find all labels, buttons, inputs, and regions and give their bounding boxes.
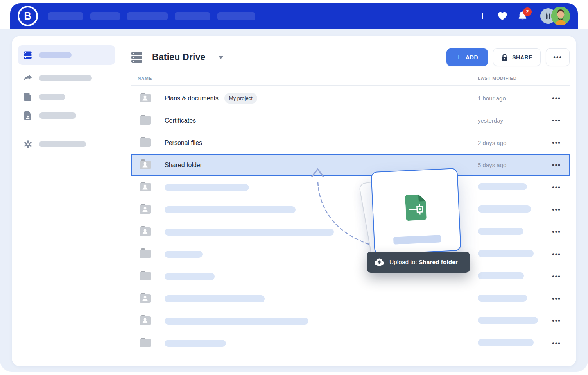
row-menu-button[interactable]: ••• — [552, 161, 561, 169]
more-options-button[interactable]: ••• — [546, 48, 570, 66]
table-row-12[interactable]: ••• — [131, 332, 570, 354]
document-user-icon — [23, 111, 32, 120]
table-row-3[interactable]: Personal files2 days ago••• — [131, 132, 570, 154]
topbar-nav-item-3[interactable] — [127, 12, 168, 20]
file-name: Shared folder — [165, 162, 202, 169]
file-name-placeholder — [165, 229, 334, 236]
date-placeholder — [478, 228, 523, 235]
file-name-cell — [165, 318, 478, 325]
cloud-upload-icon — [374, 258, 384, 266]
sidebar-item-label-placeholder — [39, 112, 76, 119]
folder-icon — [140, 338, 165, 349]
table-row-6[interactable]: ••• — [131, 198, 570, 221]
topbar-icons: 2 — [477, 7, 570, 25]
row-menu-button[interactable]: ••• — [552, 250, 561, 258]
app-logo[interactable]: B — [18, 6, 38, 26]
notification-badge: 2 — [523, 7, 532, 16]
last-modified-cell: 2 days ago — [478, 139, 552, 146]
last-modified-cell — [478, 272, 552, 280]
file-name: Plans & documents — [165, 95, 219, 102]
date-placeholder — [478, 339, 534, 346]
shared-folder-icon — [140, 93, 165, 104]
row-menu-button[interactable]: ••• — [552, 295, 561, 303]
share-button[interactable]: SHARE — [493, 48, 541, 66]
sidebar-item-4[interactable] — [18, 106, 115, 125]
row-menu-button[interactable]: ••• — [552, 273, 561, 280]
table-row-9[interactable]: ••• — [131, 265, 570, 288]
project-badge: My project — [224, 93, 257, 104]
table-row-10[interactable]: ••• — [131, 288, 570, 310]
chevron-down-icon[interactable] — [218, 56, 224, 59]
add-new-button[interactable] — [477, 11, 488, 21]
row-menu-button[interactable]: ••• — [552, 206, 561, 214]
notifications-button[interactable]: 2 — [517, 11, 527, 21]
topbar-nav-item-4[interactable] — [175, 12, 210, 20]
table-row-11[interactable]: ••• — [131, 310, 570, 332]
drive-icon — [131, 51, 143, 64]
table-row-2[interactable]: Certificatesyesterday••• — [131, 109, 570, 132]
sidebar-item-2[interactable] — [18, 69, 115, 88]
date-placeholder — [478, 317, 538, 324]
table-row-7[interactable]: ••• — [131, 221, 570, 243]
last-modified-cell — [478, 339, 552, 347]
folder-icon — [140, 248, 165, 260]
folder-icon — [140, 271, 165, 282]
column-last-modified: LAST MODIFIED — [478, 76, 552, 80]
table-row-1[interactable]: Plans & documentsMy project1 hour ago••• — [131, 87, 570, 109]
sidebar-item-3[interactable] — [18, 88, 115, 106]
topbar-nav-item-5[interactable] — [217, 12, 255, 20]
favorites-button[interactable] — [497, 11, 507, 21]
topbar-nav-item-1[interactable] — [48, 12, 83, 20]
sidebar-divider — [22, 130, 111, 130]
table-header: NAME LAST MODIFIED — [131, 76, 570, 86]
file-name: Certificates — [165, 117, 196, 124]
sidebar-item-label-placeholder — [39, 52, 72, 58]
row-menu-button[interactable]: ••• — [552, 95, 561, 102]
dragged-file-card[interactable] — [371, 168, 461, 255]
file-name-placeholder — [165, 295, 265, 302]
row-menu-button[interactable]: ••• — [552, 339, 561, 347]
topbar-nav-item-2[interactable] — [90, 12, 120, 20]
add-button[interactable]: + ADD — [446, 48, 488, 66]
last-modified-cell — [478, 295, 552, 303]
organization-icon — [545, 12, 552, 20]
table-row-4[interactable]: Shared folder5 days ago••• — [131, 154, 570, 176]
file-name-cell: Personal files — [165, 139, 478, 146]
user-avatar[interactable] — [551, 7, 570, 25]
sidebar — [12, 36, 121, 366]
file-table: NAME LAST MODIFIED Plans & documentsMy p… — [131, 76, 570, 354]
sidebar-item-6[interactable] — [18, 135, 115, 154]
folder-icon — [140, 137, 165, 148]
cad-file-icon — [405, 194, 427, 221]
last-modified-cell: 5 days ago — [478, 162, 552, 168]
sidebar-item-1[interactable] — [18, 45, 115, 65]
drive-icon — [23, 51, 32, 59]
page-title: Batieu Drive — [152, 52, 206, 62]
table-row-8[interactable]: ••• — [131, 243, 570, 265]
upload-tooltip: Upload to: Shared folder — [367, 252, 470, 273]
file-name-placeholder — [165, 206, 296, 213]
date-placeholder — [478, 272, 524, 279]
file-name-placeholder — [165, 251, 203, 258]
plus-icon — [478, 11, 487, 21]
row-menu-button[interactable]: ••• — [552, 184, 561, 191]
folder-icon — [140, 115, 165, 126]
file-name-placeholder — [165, 318, 308, 325]
row-menu-button[interactable]: ••• — [552, 139, 561, 147]
table-row-5[interactable]: ••• — [131, 176, 570, 198]
account-avatars — [540, 7, 570, 25]
row-menu-button[interactable]: ••• — [552, 117, 561, 125]
file-name-cell — [165, 340, 478, 347]
upload-tooltip-text: Upload to: Shared folder — [389, 259, 458, 266]
date-placeholder — [478, 295, 527, 302]
file-name-placeholder — [393, 235, 441, 245]
column-name: NAME — [138, 76, 478, 80]
file-name-cell — [165, 295, 478, 302]
row-menu-button[interactable]: ••• — [552, 317, 561, 325]
table-body: Plans & documentsMy project1 hour ago•••… — [131, 86, 570, 354]
row-menu-button[interactable]: ••• — [552, 228, 561, 236]
date-placeholder — [478, 250, 534, 257]
shared-folder-icon — [140, 182, 165, 193]
shared-folder-icon — [140, 293, 165, 304]
header-actions: + ADD SHARE ••• — [446, 48, 570, 66]
